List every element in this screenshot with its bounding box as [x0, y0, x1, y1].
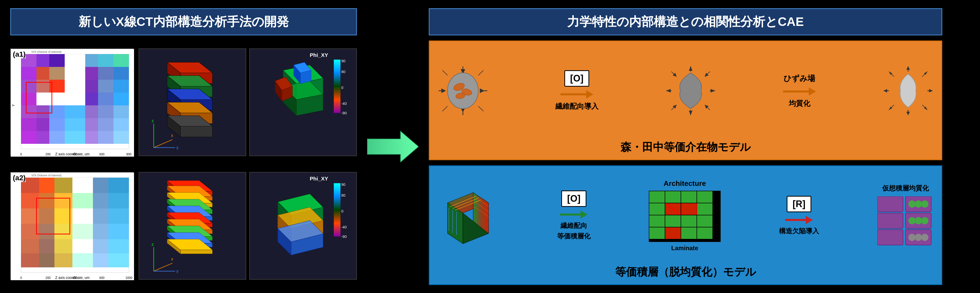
- svg-rect-129: [39, 239, 54, 253]
- svg-point-283: [908, 200, 916, 207]
- svg-rect-133: [108, 239, 129, 253]
- svg-rect-30: [21, 105, 37, 118]
- svg-rect-262: [665, 191, 681, 203]
- svg-rect-16: [21, 80, 37, 93]
- svg-text:VOI (Volume of interest): VOI (Volume of interest): [31, 50, 61, 53]
- plot-a1-label: (a1): [13, 50, 25, 59]
- svg-rect-108: [93, 177, 108, 193]
- svg-text:600: 600: [99, 276, 105, 280]
- svg-text:0: 0: [20, 152, 22, 156]
- svg-marker-222: [711, 89, 715, 93]
- svg-rect-131: [72, 239, 93, 253]
- svg-text:80: 80: [341, 193, 345, 197]
- svg-rect-111: [39, 193, 54, 208]
- svg-rect-46: [49, 131, 65, 144]
- svg-rect-8: [113, 54, 129, 67]
- svg-rect-17: [37, 80, 49, 93]
- svg-text:400: 400: [72, 152, 78, 156]
- svg-point-284: [915, 200, 922, 207]
- svg-rect-134: [21, 253, 39, 268]
- svg-rect-114: [93, 193, 108, 208]
- middle-arrow-section: [367, 8, 418, 285]
- svg-rect-35: [98, 105, 113, 118]
- flow-item-uniform: [883, 65, 934, 116]
- svg-text:z: z: [151, 242, 154, 247]
- svg-rect-265: [649, 203, 665, 215]
- svg-point-287: [908, 217, 916, 224]
- label-defect: 構造欠陥導入: [779, 226, 819, 236]
- operator-o1: [O]: [564, 70, 590, 87]
- svg-rect-139: [108, 253, 129, 268]
- svg-rect-126: [93, 224, 108, 239]
- arrow-col-o1: [O] 繊維配向導入: [555, 70, 598, 111]
- svg-rect-13: [85, 67, 98, 80]
- svg-text:VOI (Volume of interest): VOI (Volume of interest): [31, 174, 61, 177]
- heatmap-a1-svg: Z axis coordinate, um Y 0 200 400 600 80…: [11, 49, 134, 157]
- svg-rect-132: [93, 239, 108, 253]
- svg-text:Phi_XY: Phi_XY: [310, 176, 328, 182]
- svg-marker-218: [689, 111, 692, 115]
- svg-rect-11: [49, 67, 65, 80]
- svg-rect-275: [681, 227, 697, 239]
- svg-text:x: x: [171, 133, 173, 138]
- svg-laminate: [649, 191, 721, 242]
- svg-rect-48: [85, 131, 98, 144]
- svg-rect-20: [85, 80, 98, 93]
- operator-r: [R]: [787, 196, 811, 212]
- plot-3d-a1-right: Phi_XY: [249, 48, 357, 156]
- svg-text:600: 600: [99, 152, 105, 156]
- svg-text:90: 90: [341, 182, 345, 187]
- plot-row-a1: (a1): [10, 43, 357, 162]
- right-title: 力学特性の内部構造との相関性分析とCAE: [429, 8, 942, 35]
- svg-marker-232: [906, 67, 910, 70]
- svg-uniform: [883, 65, 934, 116]
- svg-rect-280: [877, 213, 903, 228]
- svg-rect-36: [113, 105, 129, 118]
- middle-arrow-svg: [367, 126, 418, 167]
- main-container: 新しいX線CT内部構造分析手法の開発 (a1): [0, 0, 980, 293]
- svg-3d-a1-left: x z y: [139, 49, 246, 155]
- svg-marker-236: [884, 89, 887, 93]
- plot-3d-pair-a2: x z y Phi_XY: [138, 172, 357, 280]
- label-strain: ひずみ場: [784, 73, 815, 84]
- svg-point-293: [921, 234, 928, 241]
- svg-text:200: 200: [45, 152, 51, 156]
- svg-text:z: z: [151, 119, 154, 123]
- svg-text:90: 90: [341, 59, 345, 63]
- label-virtual-stack: 仮想積層均質化: [882, 184, 929, 193]
- laminate-label: Laminate: [671, 245, 698, 252]
- svg-rect-117: [39, 208, 54, 224]
- svg-rect-24: [37, 93, 49, 105]
- svg-3d-a2-left: x z y: [139, 173, 246, 279]
- svg-rect-28: [98, 93, 113, 105]
- svg-point-289: [921, 217, 928, 224]
- svg-text:400: 400: [72, 276, 78, 280]
- panel-blue-label: 等価積層（脱均質化）モデル: [437, 265, 934, 279]
- svg-rect-127: [108, 224, 129, 239]
- panel-orange: [O] 繊維配向導入: [429, 41, 942, 160]
- svg-point-285: [921, 200, 928, 207]
- label-fiber-dir: 繊維配向: [560, 221, 587, 230]
- svg-rect-261: [649, 191, 665, 203]
- svg-line-210: [478, 106, 484, 111]
- svg-rect-15: [113, 67, 129, 80]
- svg-rect-109: [108, 177, 129, 193]
- svg-text:800: 800: [126, 152, 132, 156]
- svg-rect-21: [98, 80, 113, 93]
- svg-3d-a2-right: Phi_XY 90: [250, 173, 356, 279]
- svg-point-291: [908, 234, 916, 241]
- svg-rect-14: [98, 67, 113, 80]
- svg-distorted1: [665, 65, 716, 116]
- svg-rect-107: [72, 177, 93, 193]
- plot-row-a2: (a2): [10, 166, 357, 285]
- svg-rect-44: [21, 131, 37, 144]
- flow-item-fabric-ovals: [437, 65, 488, 116]
- svg-rect-128: [21, 239, 39, 253]
- svg-3d-a1-right: Phi_XY: [250, 49, 356, 155]
- svg-rect-6: [85, 54, 98, 67]
- svg-text:y: y: [177, 269, 179, 274]
- right-section: 力学特性の内部構造との相関性分析とCAE: [429, 8, 942, 285]
- left-section: 新しいX線CT内部構造分析手法の開発 (a1): [10, 8, 357, 285]
- svg-point-292: [915, 234, 922, 241]
- svg-rect-273: [649, 227, 665, 239]
